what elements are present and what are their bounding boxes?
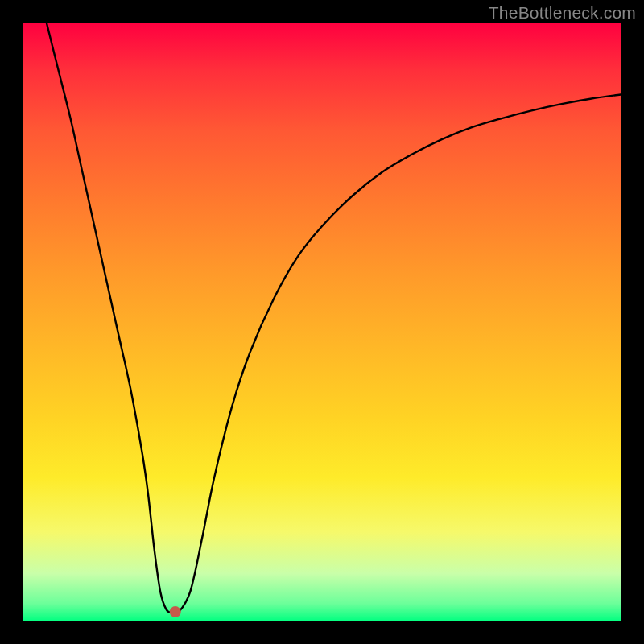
bottleneck-curve-layer <box>23 23 621 621</box>
optimum-marker <box>170 606 181 617</box>
plot-area <box>23 23 621 621</box>
bottleneck-curve <box>47 23 621 614</box>
chart-frame: TheBottleneck.com <box>0 0 644 644</box>
watermark-text: TheBottleneck.com <box>489 3 636 23</box>
